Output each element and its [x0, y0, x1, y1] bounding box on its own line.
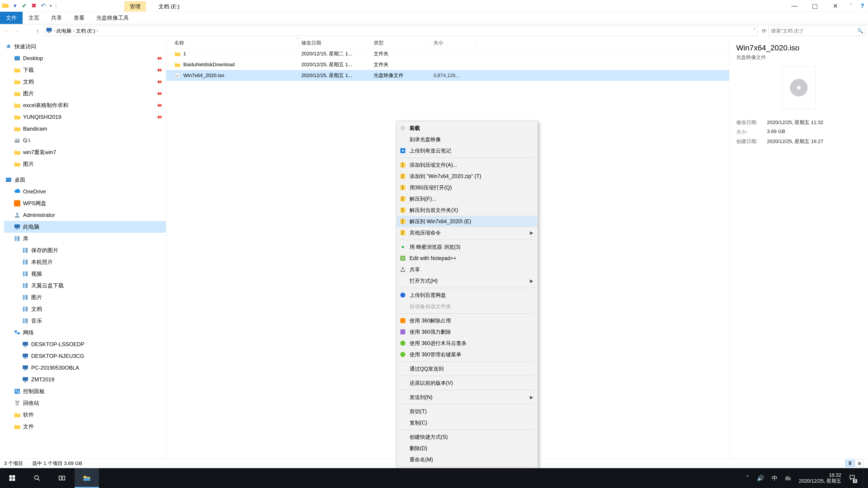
tree-quick-item[interactable]: win7重装win7: [4, 147, 166, 158]
tree-folder-files[interactable]: 文件: [4, 421, 166, 432]
tree-quick-item[interactable]: excel表格制作求和📌: [4, 99, 166, 111]
tree-library-item[interactable]: 本机照片: [4, 256, 166, 268]
tree-control-panel[interactable]: 控制面板: [4, 385, 166, 397]
menu-item[interactable]: 解压到(F)...: [397, 193, 537, 204]
nav-back-button[interactable]: ←: [2, 27, 10, 35]
menu-item[interactable]: 删除(D): [397, 443, 537, 454]
tree-quick-item[interactable]: YUNQISHI2019📌: [4, 111, 166, 123]
ime-indicator[interactable]: 中: [772, 474, 778, 482]
file-row[interactable]: Win7x64_2020.iso2020/12/25, 星期五 1...光盘映像…: [166, 70, 729, 81]
tree-administrator[interactable]: Administrator: [4, 209, 166, 221]
menu-item[interactable]: 上传到百度网盘: [397, 289, 537, 301]
menu-item[interactable]: 解压到 Win7x64_2020\ (E): [397, 216, 537, 227]
clock[interactable]: 16:32 2020/12/25, 星期五: [799, 472, 841, 484]
ribbon-tab-view[interactable]: 查看: [68, 12, 90, 24]
taskbar[interactable]: ˄ 🔊 中 🖮 16:32 2020/12/25, 星期五 3: [0, 468, 868, 488]
show-desktop-button[interactable]: [863, 468, 866, 488]
menu-item[interactable]: 添加到压缩文件(A)...: [397, 159, 537, 170]
menu-item[interactable]: 用 蜂蜜浏览器 浏览(3): [397, 241, 537, 253]
crumb-drive[interactable]: 文档 (E:): [76, 28, 95, 34]
nav-up-button[interactable]: ↑: [33, 27, 41, 35]
menu-item[interactable]: 共享: [397, 264, 537, 275]
view-icons-button[interactable]: ⊞: [855, 460, 864, 467]
qat-customize-icon[interactable]: ▾: [50, 3, 52, 8]
file-row[interactable]: 12020/12/15, 星期二 1...文件夹: [166, 48, 729, 59]
chevron-right-icon[interactable]: ›: [96, 28, 98, 34]
menu-item[interactable]: 使用 360管理右键菜单: [397, 349, 537, 360]
tree-quick-access[interactable]: 快速访问: [4, 41, 166, 53]
column-size[interactable]: 大小: [430, 37, 475, 48]
action-center-icon[interactable]: 3: [849, 474, 855, 482]
menu-item[interactable]: 打开方式(H)▶: [397, 275, 537, 287]
menu-item[interactable]: 使用 360强力删除: [397, 326, 537, 337]
qat-checkmark-icon[interactable]: ✔: [21, 3, 28, 9]
menu-item[interactable]: 还原以前的版本(V): [397, 377, 537, 389]
maximize-button[interactable]: ▢: [805, 0, 825, 12]
tree-library-item[interactable]: 视频: [4, 268, 166, 280]
chevron-right-icon[interactable]: ›: [73, 28, 74, 34]
tree-onedrive[interactable]: OneDrive: [4, 186, 166, 197]
column-type[interactable]: 类型: [370, 37, 430, 48]
menu-item[interactable]: 创建快捷方式(S): [397, 431, 537, 443]
ribbon-toggle-icon[interactable]: ˅: [845, 0, 857, 12]
menu-item[interactable]: 重命名(M): [397, 454, 537, 465]
tree-network-item[interactable]: ZMT2019: [4, 374, 166, 385]
menu-item[interactable]: 刻录光盘映像: [397, 134, 537, 145]
tree-wps[interactable]: WPS网盘: [4, 197, 166, 209]
menu-item[interactable]: 添加到 "Win7x64_2020.zip" (T): [397, 170, 537, 182]
menu-item[interactable]: 剪切(T): [397, 406, 537, 417]
tree-folder-software[interactable]: 软件: [4, 409, 166, 421]
tree-network[interactable]: 网络: [4, 327, 166, 338]
nav-recent-icon[interactable]: ˅: [23, 27, 31, 35]
search-icon[interactable]: 🔍: [857, 28, 863, 34]
tree-quick-item[interactable]: Desktop📌: [4, 53, 166, 64]
tree-quick-item[interactable]: 图片📌: [4, 88, 166, 99]
search-input[interactable]: 搜索"文档 (E:)" 🔍: [769, 26, 866, 36]
context-tab-manage[interactable]: 管理: [125, 1, 146, 11]
nav-forward-button[interactable]: →: [13, 27, 21, 35]
qat-undo-icon[interactable]: ↶: [40, 3, 46, 9]
ime-mode-icon[interactable]: 🖮: [785, 475, 791, 482]
tree-quick-item[interactable]: 文档📌: [4, 76, 166, 88]
help-button[interactable]: ?: [857, 0, 868, 12]
minimize-button[interactable]: —: [784, 0, 805, 12]
tree-quick-item[interactable]: 下载📌: [4, 64, 166, 76]
refresh-button[interactable]: ⟳: [762, 28, 766, 34]
qat-down-icon[interactable]: ▾: [12, 3, 18, 9]
menu-item[interactable]: 其他压缩命令▶: [397, 227, 537, 238]
tree-library-item[interactable]: 音乐: [4, 315, 166, 327]
qat-delete-icon[interactable]: ✖: [31, 3, 37, 9]
tree-network-item[interactable]: PC-20190530OBLA: [4, 362, 166, 374]
tree-library-item[interactable]: 保存的图片: [4, 245, 166, 256]
volume-icon[interactable]: 🔊: [757, 475, 764, 482]
tree-quick-item[interactable]: Bandicam: [4, 123, 166, 135]
tree-library-item[interactable]: 文档: [4, 303, 166, 315]
crumb-pc[interactable]: 此电脑: [57, 28, 71, 34]
menu-item[interactable]: 使用 360解除占用: [397, 315, 537, 326]
tree-desktop[interactable]: 桌面: [4, 174, 166, 186]
task-view-button[interactable]: [50, 468, 74, 488]
address-bar[interactable]: ›此电脑 ›文档 (E:)› ˅: [44, 26, 758, 36]
menu-item[interactable]: 发送到(N)▶: [397, 392, 537, 403]
tree-library-item[interactable]: 图片: [4, 291, 166, 303]
menu-item[interactable]: 解压到当前文件夹(X): [397, 204, 537, 216]
ribbon-tab-file[interactable]: 文件: [0, 12, 23, 24]
start-button[interactable]: [0, 468, 24, 488]
menu-item[interactable]: 使用 360进行木马云查杀: [397, 337, 537, 349]
menu-item[interactable]: 装载: [397, 123, 537, 134]
ribbon-tab-share[interactable]: 共享: [45, 12, 68, 24]
tree-network-item[interactable]: DESKTOP-LSSOEDP: [4, 338, 166, 350]
navigation-pane[interactable]: 快速访问 Desktop📌下载📌文档📌图片📌excel表格制作求和📌YUNQIS…: [0, 37, 166, 458]
close-button[interactable]: ✕: [825, 0, 845, 12]
menu-item[interactable]: 复制(C): [397, 417, 537, 428]
address-dropdown-icon[interactable]: ˅: [753, 28, 756, 34]
tree-quick-item[interactable]: G:\: [4, 135, 166, 147]
tray-up-icon[interactable]: ˄: [746, 475, 749, 482]
menu-item[interactable]: 上传到有道云笔记: [397, 145, 537, 156]
tree-quick-item[interactable]: 图片: [4, 158, 166, 170]
menu-item[interactable]: 通过QQ发送到: [397, 363, 537, 375]
file-list-pane[interactable]: ˄ 名称 修改日期 类型 大小 12020/12/15, 星期二 1...文件夹…: [166, 37, 729, 458]
taskbar-search-button[interactable]: [25, 468, 49, 488]
tree-recycle[interactable]: 回收站: [4, 397, 166, 409]
menu-item[interactable]: Edit with Notepad++: [397, 253, 537, 264]
